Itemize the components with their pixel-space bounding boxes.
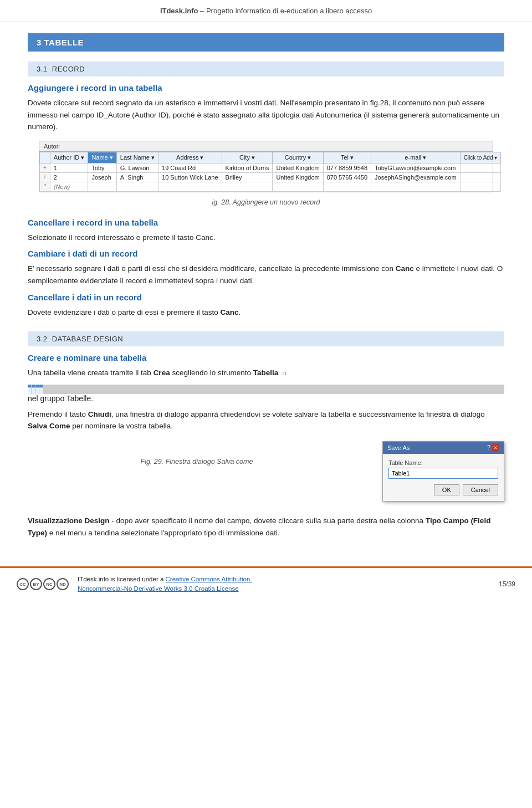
dialog-title-buttons: ? ✕ <box>487 444 499 452</box>
bold-chiudi: Chiudi <box>88 410 111 418</box>
cc-link-2[interactable]: Noncommercial-No Derivative Works 3.0 Cr… <box>78 585 239 592</box>
col-marker <box>40 152 50 163</box>
cc-license-icons: CC BY NC ND <box>17 578 69 590</box>
heading-cambiare-dati: Cambiare i dati di un record <box>28 249 504 258</box>
heading-creare-tabella: Creare e nominare una tabella <box>28 353 504 362</box>
table-row: + 2 Joseph A. Singh 10 Sutton Wick Lane … <box>40 172 501 182</box>
site-name: ITdesk.info <box>160 7 198 15</box>
save-as-dialog: Save As ? ✕ Table Name: OK Cancel <box>382 441 504 502</box>
table-new-row: * (New) <box>40 182 501 191</box>
dialog-close-button[interactable]: ✕ <box>492 444 499 452</box>
col-author-id: Author ID ▾ <box>50 152 88 163</box>
ms-table-screenshot: Autori Author ID ▾ Name ▾ Last Name ▾ Ad… <box>39 141 493 192</box>
fig29-caption: Fig. 29. Finestra dialogo Salva come <box>28 441 366 466</box>
page-number: 15/39 <box>499 580 515 588</box>
col-name: Name ▾ <box>88 152 116 163</box>
header-subtitle: – Progetto informatico di e-education a … <box>198 7 372 15</box>
page-header: ITdesk.info – Progetto informatico di e-… <box>0 0 532 22</box>
para-visualizzazione: Visualizzazione Design - dopo aver speci… <box>28 515 504 539</box>
col-lastname: Last Name ▾ <box>116 152 158 163</box>
bold-tabella: Tabella <box>253 369 279 377</box>
dialog-cancel-button[interactable]: Cancel <box>463 484 498 495</box>
section-3-banner: 3 TABELLE <box>28 33 504 52</box>
heading-cancellare-record: Cancellare i record in una tabella <box>28 218 504 227</box>
nd-icon: ND <box>57 578 69 590</box>
col-address: Address ▾ <box>158 152 222 163</box>
table-tool-icon <box>283 372 286 375</box>
bold-canc-1: Canc <box>396 264 414 273</box>
subsection-3-1-banner: 3.1 RECORD <box>28 62 504 76</box>
col-country: Country ▾ <box>273 152 323 163</box>
by-icon: BY <box>30 578 42 590</box>
bold-salva-come: Salva Come <box>28 422 70 430</box>
cc-icon: CC <box>17 578 29 590</box>
subsection-3-2-banner: 3.2 DATABASE DESIGN <box>28 331 504 346</box>
bold-visualizzazione: Visualizzazione Design <box>28 516 110 525</box>
col-clicktoadd: Click to Add ▾ <box>460 152 501 163</box>
cc-link-1[interactable]: Creative Commons Attribution- <box>166 576 253 582</box>
bold-crea: Crea <box>154 369 170 377</box>
nc-icon: NC <box>43 578 55 590</box>
para-chiudi: Premendo il tasto Chiudi, una finestra d… <box>28 408 504 432</box>
dialog-question-icon: ? <box>487 444 490 452</box>
fig29-container: Fig. 29. Finestra dialogo Salva come Sav… <box>28 441 504 502</box>
table-titlebar: Autori <box>39 141 493 152</box>
heading-aggiungere: Aggiungere i record in una tabella <box>28 83 504 93</box>
dialog-table-name-input[interactable] <box>388 468 498 479</box>
heading-cancellare-dati: Cancellare i dati in un record <box>28 293 504 302</box>
col-email: e-mail ▾ <box>371 152 461 163</box>
col-city: City ▾ <box>222 152 273 163</box>
para-cancellare-record: Selezionate il record interessato e prem… <box>28 232 504 244</box>
ms-access-table: Author ID ▾ Name ▾ Last Name ▾ Address ▾… <box>39 152 501 192</box>
col-tel: Tel ▾ <box>323 152 371 163</box>
table-row: + 1 Toby G. Lawson 19 Coast Rd Kirkton o… <box>40 163 501 172</box>
para-cambiare-dati: E' necessario segnare i dati o parti di … <box>28 263 504 287</box>
page-footer: CC BY NC ND ITdesk.info is licensed unde… <box>0 566 532 601</box>
dialog-buttons: OK Cancel <box>388 484 498 495</box>
content-area: 3 TABELLE 3.1 RECORD Aggiungere i record… <box>0 22 532 555</box>
footer-license-text: ITdesk.info is licensed under a Creative… <box>78 575 490 594</box>
fig28-caption: ig. 28. Aggiungere un nuovo record <box>28 197 504 208</box>
para-aggiungere: Dovete cliccare sul record segnato da un… <box>28 97 504 133</box>
para-cancellare-dati: Dovete evidenziare i dati o parte di ess… <box>28 306 504 319</box>
dialog-titlebar: Save As ? ✕ <box>383 442 504 454</box>
dialog-ok-button[interactable]: OK <box>434 484 459 495</box>
dialog-body: Table Name: OK Cancel <box>383 454 504 501</box>
dialog-table-name-label: Table Name: <box>388 459 498 466</box>
bold-canc-2: Canc <box>220 308 238 316</box>
dialog-title: Save As <box>387 444 410 451</box>
para-creare-tabella: Una tabella viene creata tramite il tab … <box>28 367 504 379</box>
